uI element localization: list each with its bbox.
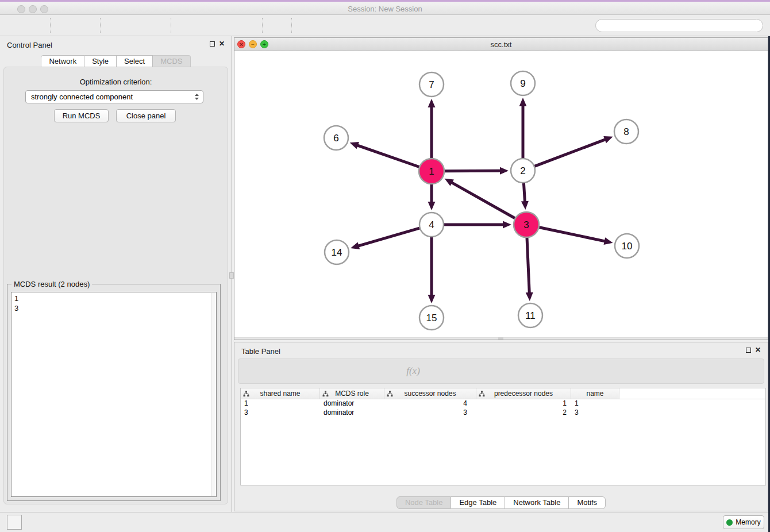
toolbar-separator bbox=[171, 18, 171, 33]
float-table-panel-icon[interactable] bbox=[746, 348, 751, 353]
export-network-button[interactable] bbox=[105, 17, 125, 34]
zoom-fit-button[interactable] bbox=[217, 17, 237, 34]
result-scrollbar[interactable] bbox=[211, 293, 215, 496]
edge-3-1[interactable] bbox=[451, 182, 515, 218]
column-header-shared-name[interactable]: shared name bbox=[241, 388, 320, 399]
edge-4-14[interactable] bbox=[357, 228, 419, 246]
node-table: shared nameMCDS rolesuccessor nodesprede… bbox=[240, 388, 766, 485]
search-box[interactable] bbox=[595, 19, 763, 32]
column-header-predecessor-nodes[interactable]: predecessor nodes bbox=[476, 388, 571, 399]
table-row[interactable]: 3dominator323 bbox=[241, 408, 765, 418]
import-table-button[interactable] bbox=[75, 17, 96, 34]
zoom-selected-button[interactable] bbox=[237, 17, 258, 34]
main-toolbar bbox=[0, 15, 770, 36]
deselect-all-button[interactable] bbox=[314, 364, 328, 378]
task-history-button[interactable] bbox=[7, 515, 22, 530]
edge-arrowhead bbox=[500, 167, 509, 175]
run-mcds-button[interactable]: Run MCDS bbox=[54, 109, 109, 122]
edge-3-10[interactable] bbox=[539, 228, 606, 242]
save-session-button[interactable] bbox=[25, 17, 46, 34]
first-neighbors-button[interactable] bbox=[317, 17, 337, 34]
search-input[interactable] bbox=[608, 21, 697, 31]
network-splitter-handle[interactable] bbox=[498, 337, 503, 340]
table-cell[interactable]: 4 bbox=[384, 399, 476, 408]
table-cell[interactable]: dominator bbox=[320, 408, 384, 418]
tab-select[interactable]: Select bbox=[117, 55, 153, 67]
close-panel-button[interactable]: Close panel bbox=[116, 109, 176, 122]
hide-graphics-details-button[interactable] bbox=[358, 17, 379, 34]
delete-column-button[interactable] bbox=[383, 364, 397, 378]
edge-3-11[interactable] bbox=[527, 237, 529, 294]
select-all-button[interactable] bbox=[291, 364, 305, 378]
status-bar: Memory bbox=[0, 512, 770, 532]
optimization-criterion-select[interactable]: strongly connected component bbox=[25, 90, 203, 103]
table-cell[interactable]: 3 bbox=[571, 408, 619, 418]
table-options-button[interactable] bbox=[245, 364, 259, 378]
edge-2-8[interactable] bbox=[534, 139, 606, 166]
zoom-in-button[interactable] bbox=[175, 17, 196, 34]
open-session-button[interactable] bbox=[5, 17, 25, 34]
edge-arrowhead bbox=[428, 99, 436, 107]
table-row[interactable]: 1dominator411 bbox=[241, 399, 765, 408]
network-view-window: ✕ − + scc.txt 1234678910111415 bbox=[234, 37, 768, 340]
control-panel: Control Panel ✕ NetworkStyleSelectMCDS O… bbox=[0, 36, 232, 512]
network-window-titlebar[interactable]: ✕ − + scc.txt bbox=[234, 38, 768, 51]
column-header-name[interactable]: name bbox=[571, 388, 619, 399]
export-table-button[interactable] bbox=[125, 17, 146, 34]
clone-network-button[interactable] bbox=[296, 17, 317, 34]
edge-1-6[interactable] bbox=[357, 145, 419, 167]
table-cell[interactable]: 1 bbox=[241, 399, 320, 408]
selected-option: strongly connected component bbox=[31, 92, 133, 101]
mcds-result-group: MCDS result (2 nodes) 1 3 bbox=[7, 284, 221, 501]
edge-arrowhead bbox=[604, 237, 613, 245]
table-tabs: Node TableEdge TableNetwork TableMotifs bbox=[234, 496, 768, 509]
column-header-label: predecessor nodes bbox=[494, 390, 553, 398]
mcds-result-area[interactable]: 1 3 bbox=[11, 292, 217, 497]
edge-2-3[interactable] bbox=[523, 183, 525, 202]
network-canvas-svg[interactable]: 1234678910111415 bbox=[234, 51, 768, 338]
network-scrollbar-strip[interactable] bbox=[234, 337, 768, 340]
column-header-label: name bbox=[586, 390, 603, 398]
column-header-successor-nodes[interactable]: successor nodes bbox=[384, 388, 476, 399]
tab-network-table[interactable]: Network Table bbox=[505, 496, 569, 509]
table-cell[interactable]: 1 bbox=[571, 399, 619, 408]
node-label-6: 6 bbox=[333, 133, 338, 144]
table-cell[interactable]: 2 bbox=[476, 408, 571, 418]
close-table-panel-icon[interactable]: ✕ bbox=[755, 347, 761, 353]
function-builder-button[interactable]: f(x) bbox=[406, 364, 420, 378]
tab-mcds[interactable]: MCDS bbox=[153, 55, 190, 67]
table-cell[interactable]: dominator bbox=[320, 399, 384, 408]
table-cell[interactable]: 3 bbox=[241, 408, 320, 418]
tab-style[interactable]: Style bbox=[84, 55, 117, 67]
float-panel-icon[interactable] bbox=[210, 41, 215, 47]
delete-selected-button[interactable] bbox=[360, 364, 374, 378]
memory-button[interactable]: Memory bbox=[723, 515, 764, 529]
edge-arrowhead bbox=[503, 221, 511, 229]
main-titlebar: Session: New Session bbox=[0, 0, 770, 15]
node-label-14: 14 bbox=[332, 247, 342, 258]
node-label-11: 11 bbox=[525, 310, 536, 321]
tab-node-table[interactable]: Node Table bbox=[396, 496, 452, 509]
export-image-button[interactable] bbox=[146, 17, 167, 34]
edge-arrowhead bbox=[603, 136, 613, 143]
table-cell[interactable]: 1 bbox=[476, 399, 571, 408]
import-network-button[interactable] bbox=[55, 17, 75, 34]
zoom-out-button[interactable] bbox=[196, 17, 217, 34]
close-panel-icon[interactable]: ✕ bbox=[219, 41, 225, 47]
node-label-8: 8 bbox=[623, 126, 629, 137]
control-tabs: NetworkStyleSelectMCDS bbox=[0, 55, 232, 67]
add-column-button[interactable] bbox=[337, 364, 351, 378]
apply-layout-button[interactable] bbox=[267, 17, 287, 34]
tab-motifs[interactable]: Motifs bbox=[569, 496, 606, 509]
tab-network[interactable]: Network bbox=[41, 55, 84, 67]
edge-1-2[interactable] bbox=[444, 171, 501, 171]
column-header-MCDS-role[interactable]: MCDS role bbox=[320, 388, 384, 399]
column-header-filler bbox=[619, 388, 765, 399]
edge-arrowhead bbox=[521, 201, 529, 210]
show-columns-button[interactable] bbox=[268, 364, 282, 378]
tab-edge-table[interactable]: Edge Table bbox=[451, 496, 505, 509]
table-cell[interactable]: 3 bbox=[384, 408, 476, 418]
show-graphics-details-button[interactable] bbox=[337, 17, 358, 34]
panel-splitter-handle[interactable] bbox=[229, 272, 234, 279]
memory-status-icon bbox=[726, 519, 733, 526]
